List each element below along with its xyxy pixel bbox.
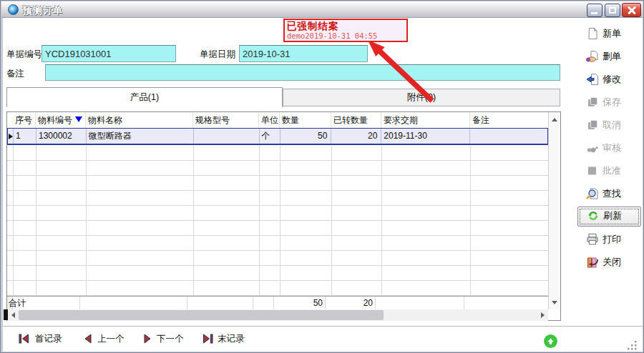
total-qty: 50 — [274, 297, 326, 309]
find-icon — [586, 187, 599, 200]
maximize-button[interactable] — [605, 4, 620, 17]
products-table: 序号 物料编号 物料名称 规格型号 单位 数量 已转数量 要求交期 备注 1 1… — [6, 111, 561, 321]
scroll-down-button[interactable] — [549, 297, 560, 308]
new-order-button[interactable]: 新单 — [586, 24, 642, 43]
cell-name: 微型断路器 — [87, 129, 194, 144]
print-button[interactable]: 打印 — [586, 230, 642, 249]
maximize-icon — [609, 7, 616, 14]
window-title: 预测订单 — [23, 4, 63, 17]
print-icon — [586, 233, 599, 246]
stamp-detail-text: demo2019-10-31 04:55 — [287, 31, 404, 41]
scroll-left-icon — [11, 312, 15, 318]
total-label: 合计 — [7, 297, 30, 309]
next-record-icon — [142, 334, 152, 344]
app-sphere-icon — [8, 4, 19, 15]
total-converted: 20 — [326, 297, 376, 309]
status-stamp: 已强制结案 demo2019-10-31 04:55 — [283, 19, 408, 42]
new-doc-icon — [586, 27, 599, 40]
col-header-converted[interactable]: 已转数量 — [331, 112, 381, 128]
remark-input[interactable] — [45, 64, 560, 81]
col-header-remark[interactable]: 备注 — [470, 112, 548, 128]
col-header-unit[interactable]: 单位 — [259, 112, 280, 128]
doc-date-input[interactable] — [239, 45, 368, 62]
cell-spec — [194, 129, 260, 144]
last-record-button[interactable]: 末记录 — [201, 332, 245, 345]
cell-seq: 1 — [14, 129, 36, 144]
previous-record-button[interactable]: 上一个 — [83, 332, 125, 345]
title-bar[interactable]: 预测订单 — [1, 1, 643, 18]
col-header-due[interactable]: 要求交期 — [381, 112, 470, 128]
cell-qty: 50 — [280, 129, 332, 144]
table-row[interactable]: 1 1300002 微型断路器 个 50 20 2019-11-30 — [7, 128, 548, 145]
approve-button[interactable]: 批准 — [586, 161, 642, 180]
modify-doc-icon — [586, 73, 599, 86]
previous-record-icon — [83, 334, 93, 344]
scroll-up-icon — [552, 118, 557, 121]
first-record-button[interactable]: 首记录 — [19, 332, 62, 345]
col-header-code[interactable]: 物料编号 — [36, 112, 86, 128]
minimize-button[interactable] — [587, 4, 602, 17]
tab-attachments[interactable]: 附件(0) — [283, 89, 560, 106]
minimize-icon — [591, 12, 597, 14]
close-window-button[interactable]: 关闭 — [586, 253, 642, 272]
total-row: 合计 50 20 — [7, 296, 548, 309]
scroll-right-icon — [541, 312, 545, 318]
bottom-separator — [3, 326, 643, 327]
col-header-seq[interactable]: 序号 — [13, 112, 36, 128]
find-button[interactable]: 查找 — [586, 184, 642, 203]
sort-desc-icon — [75, 116, 82, 122]
grid-corner-marker — [4, 309, 8, 320]
first-record-icon — [19, 334, 31, 344]
scroll-left-button[interactable] — [7, 309, 19, 321]
remark-label: 备注 — [6, 68, 24, 80]
doc-no-input[interactable] — [42, 45, 176, 62]
col-header-name[interactable]: 物料名称 — [86, 112, 193, 128]
stamp-status-text: 已强制结案 — [287, 21, 404, 31]
exit-icon — [586, 256, 599, 269]
delete-order-button[interactable]: 删单 — [586, 47, 642, 66]
horizontal-scrollbar-thumb[interactable] — [19, 310, 384, 320]
doc-no-label: 单据编号 — [6, 49, 42, 61]
next-record-button[interactable]: 下一个 — [142, 332, 184, 345]
cell-remark — [470, 129, 547, 144]
save-icon — [586, 96, 599, 109]
scroll-up-button[interactable] — [549, 114, 560, 125]
audit-icon — [586, 141, 599, 154]
resize-grip[interactable] — [628, 341, 638, 350]
table-empty-area — [7, 146, 548, 296]
cancel-icon — [586, 119, 599, 131]
col-header-qty[interactable]: 数量 — [280, 112, 331, 128]
refresh-icon — [587, 209, 600, 222]
green-arrow-icon — [543, 334, 558, 349]
doc-date-label: 单据日期 — [200, 49, 235, 61]
cell-due: 2019-11-30 — [381, 129, 470, 144]
cell-converted: 20 — [331, 129, 381, 144]
scroll-right-button[interactable] — [537, 309, 548, 321]
last-record-icon — [201, 334, 213, 344]
quick-action-button[interactable] — [543, 334, 558, 349]
audit-button[interactable]: 审核 — [586, 139, 642, 157]
save-button[interactable]: 保存 — [586, 93, 642, 111]
forecast-order-window: 预测订单 单据编号 单据日期 备注 已强制结案 demo2019-10-31 0… — [0, 0, 644, 353]
modify-order-button[interactable]: 修改 — [586, 70, 642, 89]
cell-unit: 个 — [260, 129, 280, 144]
close-button[interactable] — [622, 3, 641, 17]
cancel-button[interactable]: 取消 — [586, 116, 642, 134]
scroll-down-icon — [552, 301, 557, 304]
tab-products[interactable]: 产品(1) — [6, 87, 283, 107]
refresh-button[interactable]: 刷新 — [577, 207, 641, 227]
current-row-indicator-icon — [9, 134, 13, 139]
vertical-scrollbar[interactable] — [548, 112, 560, 309]
delete-doc-icon — [586, 50, 599, 63]
cell-code: 1300002 — [36, 129, 87, 144]
approve-icon — [586, 164, 599, 177]
horizontal-scrollbar[interactable] — [7, 309, 548, 321]
col-header-spec[interactable]: 规格型号 — [193, 112, 259, 128]
